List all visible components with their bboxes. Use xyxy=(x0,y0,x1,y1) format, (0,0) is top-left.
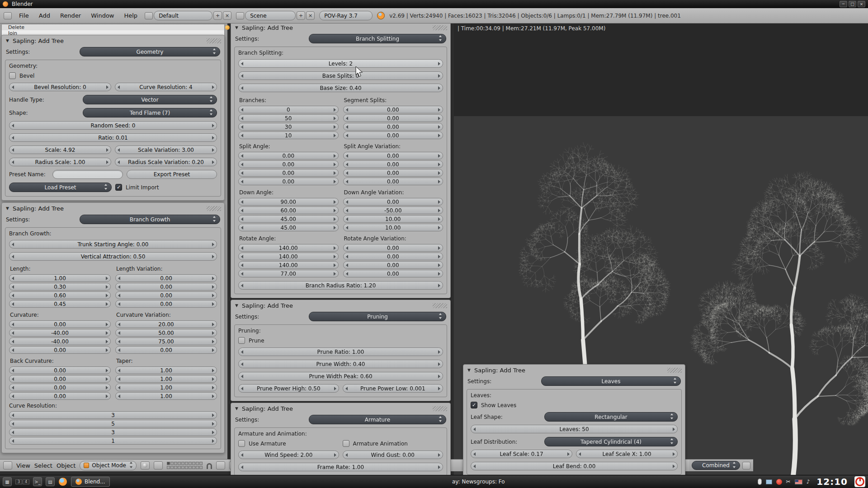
keyboard-layout-flag-icon[interactable] xyxy=(795,479,802,484)
prune-width-peak-slider[interactable]: Prune Width Peak: 0.60 xyxy=(238,372,443,380)
curvature-variation-slider-1[interactable]: 50.00 xyxy=(115,329,217,337)
length-slider-1[interactable]: 0.30 xyxy=(9,283,111,291)
leaf-distribution-dropdown[interactable]: Tapered Cylindrical (4) xyxy=(544,437,678,446)
wind-speed-slider[interactable]: Wind Speed: 2.00 xyxy=(238,450,339,459)
pivot-point-icon[interactable] xyxy=(154,461,163,469)
length-slider-0[interactable]: 1.00 xyxy=(9,274,111,282)
scene-icon[interactable] xyxy=(236,12,244,19)
bevel-resolution-slider[interactable]: Bevel Resolution: 0 xyxy=(9,83,111,91)
length-variation-slider-1[interactable]: 0.00 xyxy=(115,283,217,291)
load-preset-dropdown[interactable]: Load Preset xyxy=(9,183,112,192)
prune-ratio-slider[interactable]: Prune Ratio: 1.00 xyxy=(238,347,443,356)
leaf-shape-dropdown[interactable]: Rectangular xyxy=(544,412,678,422)
curvature-variation-slider-3[interactable]: 0.00 xyxy=(115,346,217,354)
segment-splits-slider-0[interactable]: 0.00 xyxy=(343,106,443,113)
preset-name-input[interactable] xyxy=(52,170,123,179)
length-slider-2[interactable]: 0.60 xyxy=(9,291,111,299)
taper-slider-3[interactable]: 1.00 xyxy=(115,392,217,400)
split-angle-slider-0[interactable]: 0.00 xyxy=(238,152,339,160)
taper-slider-0[interactable]: 1.00 xyxy=(115,366,217,374)
length-variation-slider-3[interactable]: 0.00 xyxy=(115,300,217,308)
terminal-icon[interactable]: >_ xyxy=(33,477,42,486)
delete-scene-button[interactable]: × xyxy=(306,11,315,20)
down-angle-variation-slider-3[interactable]: 10.00 xyxy=(343,224,443,231)
settings-dropdown-pruning[interactable]: Pruning xyxy=(309,312,446,321)
segment-splits-slider-2[interactable]: 0.00 xyxy=(343,123,443,131)
panel-header-geometry[interactable]: ▼ Sapling: Add Tree xyxy=(2,35,224,46)
branch-radius-ratio-slider[interactable]: Branch Radius Ratio: 1.20 xyxy=(238,281,443,290)
object-menu[interactable]: Object xyxy=(57,462,75,469)
view-menu[interactable]: View xyxy=(16,462,30,469)
down-angle-variation-slider-2[interactable]: 10.00 xyxy=(343,215,443,223)
down-angle-slider-0[interactable]: 90.00 xyxy=(238,198,339,206)
workspace-4[interactable]: 4 xyxy=(23,479,29,484)
vertical-attraction-slider[interactable]: Vertical Attraction: 0.50 xyxy=(9,252,217,261)
settings-dropdown-growth[interactable]: Branch Growth xyxy=(80,215,220,224)
screen-layout-icon[interactable] xyxy=(145,12,153,19)
curvature-slider-1[interactable]: -40.00 xyxy=(9,329,111,337)
ratio-slider[interactable]: Ratio: 0.01 xyxy=(9,133,217,142)
add-scene-button[interactable]: + xyxy=(297,11,305,20)
branches-slider-1[interactable]: 50 xyxy=(238,114,339,122)
collapse-triangle-icon[interactable]: ▼ xyxy=(235,406,238,411)
network-tray-icon[interactable] xyxy=(766,479,772,484)
split-angle-variation-slider-3[interactable]: 0.00 xyxy=(343,178,443,185)
file-manager-icon[interactable]: ▤ xyxy=(46,477,55,486)
editor-type-icon[interactable] xyxy=(3,461,12,469)
rotate-angle-variation-slider-0[interactable]: 0.00 xyxy=(343,244,443,252)
volume-icon[interactable]: ♪ xyxy=(807,479,810,485)
panel-header-branch-splitting[interactable]: ▼ Sapling: Add Tree xyxy=(231,22,450,33)
split-angle-slider-1[interactable]: 0.00 xyxy=(238,160,339,168)
segment-splits-slider-1[interactable]: 0.00 xyxy=(343,114,443,122)
frame-rate-slider[interactable]: Frame Rate: 1.00 xyxy=(238,463,443,471)
rotate-angle-variation-slider-1[interactable]: 0.00 xyxy=(343,253,443,260)
segment-splits-slider-3[interactable]: 0.00 xyxy=(343,131,443,139)
split-angle-variation-slider-1[interactable]: 0.00 xyxy=(343,160,443,168)
split-angle-slider-3[interactable]: 0.00 xyxy=(238,178,339,185)
prune-width-slider[interactable]: Prune Width: 0.40 xyxy=(238,360,443,368)
curvature-slider-0[interactable]: 0.00 xyxy=(9,320,111,328)
branches-slider-3[interactable]: 10 xyxy=(238,131,339,139)
back-curvature-slider-0[interactable]: 0.00 xyxy=(9,366,111,374)
leaf-scale-slider[interactable]: Leaf Scale: 0.17 xyxy=(471,450,572,458)
wind-gust-slider[interactable]: Wind Gust: 0.00 xyxy=(343,450,443,459)
down-angle-slider-3[interactable]: 45.00 xyxy=(238,224,339,231)
length-slider-3[interactable]: 0.45 xyxy=(9,300,111,308)
limit-import-checkbox[interactable]: ✓ xyxy=(115,184,122,191)
back-curvature-slider-1[interactable]: 0.00 xyxy=(9,375,111,383)
use-armature-checkbox[interactable] xyxy=(238,440,245,447)
leaf-scale-x-slider[interactable]: Leaf Scale X: 1.00 xyxy=(576,450,678,458)
branches-slider-0[interactable]: 0 xyxy=(238,106,339,113)
curve-resolution-slider-2[interactable]: 3 xyxy=(9,428,217,436)
panel-header-pruning[interactable]: ▼ Sapling: Add Tree xyxy=(231,300,450,311)
curvature-slider-2[interactable]: -40.00 xyxy=(9,338,111,345)
rotate-angle-slider-1[interactable]: 140.00 xyxy=(238,253,339,260)
taper-slider-1[interactable]: 1.00 xyxy=(115,375,217,383)
split-angle-slider-2[interactable]: 0.00 xyxy=(238,169,339,177)
snap-element-icon[interactable] xyxy=(216,461,225,469)
split-angle-variation-slider-0[interactable]: 0.00 xyxy=(343,152,443,160)
rotate-angle-variation-slider-2[interactable]: 0.00 xyxy=(343,261,443,269)
trunk-starting-angle-slider[interactable]: Trunk Starting Angle: 0.00 xyxy=(9,240,217,249)
handle-type-dropdown[interactable]: Vector xyxy=(83,95,217,104)
rotate-angle-slider-2[interactable]: 140.00 xyxy=(238,261,339,269)
blender-taskbar-button[interactable]: Blend... xyxy=(71,477,110,487)
mode-dropdown[interactable]: Object Mode xyxy=(80,461,137,470)
panel-header-branch-growth[interactable]: ▼ Sapling: Add Tree xyxy=(2,203,224,214)
curve-resolution-slider-1[interactable]: 5 xyxy=(9,420,217,427)
armature-animation-checkbox[interactable] xyxy=(343,440,349,447)
curvature-variation-slider-2[interactable]: 75.00 xyxy=(115,338,217,345)
bevel-checkbox[interactable] xyxy=(9,72,16,79)
radius-scale-variation-slider[interactable]: Radius Scale Variation: 0.20 xyxy=(115,158,217,166)
length-variation-slider-0[interactable]: 0.00 xyxy=(115,274,217,282)
rotate-angle-slider-3[interactable]: 77.00 xyxy=(238,270,339,277)
power-button[interactable] xyxy=(854,476,865,487)
collapse-triangle-icon[interactable]: ▼ xyxy=(235,25,238,30)
delete-layout-button[interactable]: × xyxy=(223,11,231,20)
menu-render[interactable]: Render xyxy=(57,12,84,19)
collapse-triangle-icon[interactable]: ▼ xyxy=(467,368,471,372)
curve-resolution-slider[interactable]: Curve Resolution: 4 xyxy=(115,83,217,91)
down-angle-variation-slider-1[interactable]: -50.00 xyxy=(343,206,443,214)
down-angle-slider-1[interactable]: 60.00 xyxy=(238,206,339,214)
radius-scale-slider[interactable]: Radius Scale: 1.00 xyxy=(9,158,111,166)
